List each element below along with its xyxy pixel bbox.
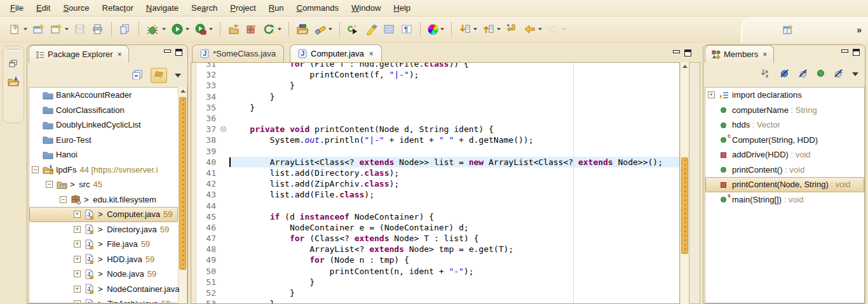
toolbar-overflow-chevrons[interactable]: » <box>857 25 862 35</box>
close-icon[interactable]: × <box>763 50 767 59</box>
expand-icon[interactable]: + <box>74 211 81 218</box>
menu-window[interactable]: Window <box>345 1 387 15</box>
run-icon[interactable] <box>169 21 191 37</box>
run-last-tool-icon[interactable]: C <box>345 21 362 37</box>
code-line-37[interactable]: 37− private void printContent(Node d, St… <box>191 124 679 135</box>
code-line-40[interactable]: 40 ArrayList<Class<? extends Node>> list… <box>191 157 679 168</box>
mark-occurrences-icon[interactable] <box>363 21 379 37</box>
code-line-33[interactable]: 33 } <box>191 80 679 91</box>
expand-icon[interactable]: + <box>74 241 81 248</box>
maximize-icon[interactable] <box>853 49 860 56</box>
dropdown-arrow-icon[interactable] <box>278 28 281 30</box>
expand-icon[interactable]: + <box>74 286 81 293</box>
code-line-38[interactable]: 38 System.out.println("|-" + ident + " "… <box>191 135 679 145</box>
run-external-icon[interactable] <box>193 21 215 37</box>
close-icon[interactable]: × <box>369 50 374 58</box>
editor-tab--someclass-java[interactable]: J*SomeClass.java <box>192 44 284 62</box>
hide-static-icon[interactable]: s <box>798 69 808 81</box>
tree-item-ziparchiv-java[interactable]: +J> ZipArchiv.java59 <box>29 296 187 303</box>
menu-run[interactable]: Run <box>262 1 290 15</box>
expand-icon[interactable]: + <box>74 270 81 277</box>
code-line-41[interactable]: 41 list.add(Directory.class); <box>191 168 679 178</box>
back-icon[interactable] <box>522 21 544 37</box>
tree-item-directory-java[interactable]: +J> Directory.java59 <box>29 222 187 237</box>
code-line-42[interactable]: 42 list.add(ZipArchiv.class); <box>191 178 679 189</box>
debug-icon[interactable] <box>144 21 168 37</box>
code-line-45[interactable]: 45 if (d instanceof NodeContainer) { <box>191 211 679 222</box>
block-selection-icon[interactable] <box>381 21 397 37</box>
editor-content[interactable]: 31 for (File f : hdd.get(File.class)) {3… <box>191 62 680 304</box>
collapse-icon[interactable]: − <box>46 181 53 188</box>
maximize-icon[interactable] <box>175 49 182 56</box>
code-line-46[interactable]: 46 NodeContainer e = (NodeContainer) d; <box>191 222 679 233</box>
maximize-icon[interactable] <box>684 50 691 56</box>
dropdown-arrow-icon[interactable] <box>473 28 477 30</box>
menu-source[interactable]: Source <box>57 1 95 15</box>
new-annotation-grid-icon[interactable] <box>243 21 260 37</box>
code-line-52[interactable]: 52 } <box>191 287 679 298</box>
expand-icon[interactable]: + <box>74 256 81 263</box>
tree-item-hdd-java[interactable]: +J> HDD.java59 <box>29 252 187 267</box>
menu-project[interactable]: Project <box>224 1 262 15</box>
dropdown-arrow-icon[interactable] <box>440 28 444 30</box>
menu-search[interactable]: Search <box>185 1 224 15</box>
code-line-39[interactable]: 39 <box>191 146 679 157</box>
dropdown-arrow-icon[interactable] <box>209 28 213 30</box>
export-jar-icon[interactable] <box>226 21 242 37</box>
code-line-31[interactable]: 31 for (File f : hdd.get(File.class)) { <box>191 62 679 69</box>
view-menu-icon[interactable] <box>175 74 181 77</box>
tree-item-bankaccountreader[interactable]: +BankAccountReader <box>29 88 187 103</box>
package-explorer-tab[interactable]: Package Explorer × <box>29 45 129 63</box>
code-line-36[interactable]: 36 <box>191 113 679 124</box>
color-wheel-icon[interactable] <box>426 21 446 37</box>
last-edit-location-icon[interactable]: * <box>504 21 520 37</box>
menu-navigate[interactable]: Navigate <box>140 1 185 15</box>
member-printcontent-node-string-[interactable]: +printContent(Node, String) : void <box>705 177 864 192</box>
dropdown-arrow-icon[interactable] <box>24 28 27 30</box>
tree-item-ipdfs[interactable]: −IpdFs44 [https://svnserver.i <box>29 162 187 178</box>
new-project-icon[interactable] <box>48 21 71 37</box>
member-import-declarations[interactable]: +import declarations <box>705 88 864 103</box>
hide-fields-icon[interactable] <box>780 69 789 81</box>
tree-item-node-java[interactable]: +J> Node.java59 <box>29 267 187 282</box>
minimize-icon[interactable] <box>841 49 848 56</box>
collapse-icon[interactable]: − <box>32 166 39 173</box>
member-adddrive-hdd-[interactable]: +addDrive(HDD) : void <box>705 147 864 162</box>
link-with-editor-icon[interactable] <box>151 68 167 83</box>
tree-item-colorclassification[interactable]: +ColorClassification <box>29 103 187 118</box>
expand-icon[interactable]: + <box>74 226 81 233</box>
code-line-47[interactable]: 47 for (Class<? extends Node> T : list) … <box>191 233 679 244</box>
show-non-public-icon[interactable] <box>817 69 825 80</box>
code-line-43[interactable]: 43 list.add(File.class); <box>191 189 679 200</box>
expand-icon[interactable]: + <box>74 300 81 303</box>
next-annotation-icon[interactable] <box>457 21 479 37</box>
member-computer-string-hdd-[interactable]: +cComputer(String, HDD) <box>705 133 864 148</box>
code-line-44[interactable]: 44 <box>191 200 679 211</box>
tree-item-doublylinkedcycliclist[interactable]: +DoublyLinkedCyclicList <box>29 117 187 133</box>
dropdown-arrow-icon[interactable] <box>162 28 166 30</box>
menu-refactor[interactable]: Refactor <box>96 1 140 15</box>
search-flashlight-icon[interactable] <box>312 21 334 37</box>
editor-scrollbar-thumb[interactable] <box>681 157 688 254</box>
member-computername[interactable]: +computerName : String <box>705 103 864 118</box>
show-whitespace-icon[interactable]: ¶ <box>398 21 415 37</box>
dropdown-arrow-icon[interactable] <box>562 28 566 30</box>
tree-item-file-java[interactable]: +J> File.java59 <box>29 237 187 252</box>
tree-item-edu-kit-filesystem[interactable]: −> edu.kit.filesystem <box>29 192 187 208</box>
menu-commands[interactable]: Commands <box>290 1 345 15</box>
tree-item-nodecontainer-java[interactable]: +J> NodeContainer.java <box>29 282 187 297</box>
menu-edit[interactable]: Edit <box>30 1 57 15</box>
tree-item-computer-java[interactable]: +J> Computer.java59 <box>29 207 187 222</box>
close-icon[interactable]: × <box>118 50 122 59</box>
pe-scrollbar-thumb[interactable] <box>179 97 186 270</box>
minimize-icon[interactable] <box>672 50 679 56</box>
prev-annotation-icon[interactable] <box>480 21 503 37</box>
refresh-icon[interactable] <box>261 21 283 37</box>
menu-help[interactable]: Help <box>387 1 417 15</box>
dropdown-arrow-icon[interactable] <box>538 28 542 30</box>
expand-icon[interactable]: + <box>708 91 715 98</box>
pe-scrollbar[interactable] <box>178 87 187 303</box>
member-hdds[interactable]: +hdds : Vector <box>705 117 864 133</box>
tree-item-hanoi[interactable]: +Hanoi <box>29 147 187 162</box>
collapse-all-icon[interactable] <box>132 69 143 82</box>
